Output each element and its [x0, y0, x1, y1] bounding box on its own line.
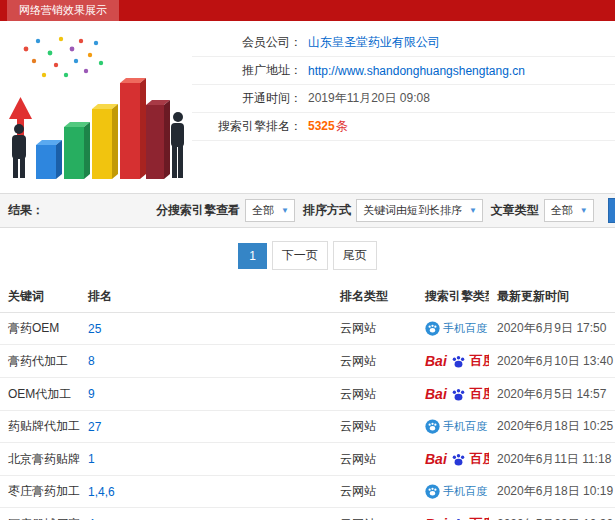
mobile-baidu-label: 手机百度 [443, 419, 487, 434]
page-current[interactable]: 1 [238, 243, 267, 269]
baidu-bai-text: Bai [425, 353, 447, 369]
bar-chart-clipart-icon [6, 31, 191, 186]
table-row: 医疗器械厂家 4 云网站 手机百度 Bai [0, 508, 615, 520]
keyword-text: 药贴牌代加工 [8, 419, 80, 433]
rank-type-text: 云网站 [340, 387, 376, 401]
sort-filter-value: 关键词由短到长排序 [363, 203, 462, 218]
member-info-list: 会员公司： 山东皇圣堂药业有限公司 推广地址： http://www.shand… [192, 21, 615, 193]
baidu-paw-icon [451, 452, 466, 467]
header-engine-type: 搜索引擎类型 [417, 281, 489, 313]
table-header-row: 关键词 排名 排名类型 搜索引擎类型 最新更新时间 [0, 281, 615, 313]
mobile-baidu-label: 手机百度 [443, 484, 487, 499]
table-row: 枣庄膏药加工 1,4,6 云网站 手机百度 Bai [0, 476, 615, 508]
sort-filter-label: 排序方式 [303, 202, 351, 219]
filter-group-sort: 排序方式 关键词由短到长排序 ▼ [303, 199, 483, 222]
table-row: 药贴牌代加工 27 云网站 手机百度 Bai [0, 411, 615, 443]
info-row-open-time: 开通时间： 2019年11月20日 09:08 [192, 85, 615, 113]
chevron-down-icon: ▼ [281, 207, 289, 215]
pagination: 1 下一页 尾页 [0, 228, 615, 281]
header-rank: 排名 [80, 281, 332, 313]
results-table: 关键词 排名 排名类型 搜索引擎类型 最新更新时间 膏药OEM 25 云网站 手… [0, 281, 615, 520]
table-row: 膏药OEM 25 云网站 手机百度 Bai [0, 313, 615, 345]
last-page-button[interactable]: 尾页 [333, 241, 377, 270]
update-time-text: 2020年6月10日 13:40 [497, 354, 613, 368]
baidu-bai-text: Bai [425, 516, 447, 520]
promo-url-label: 推广地址： [192, 62, 302, 79]
baidu-paw-icon [451, 354, 466, 369]
filter-bar: 结果： 分搜索引擎查看 全部 ▼ 排序方式 关键词由短到长排序 ▼ 文章类型 全… [0, 193, 615, 228]
header-keyword: 关键词 [0, 281, 80, 313]
baidu-paw-icon [451, 517, 466, 520]
filter-groups: 分搜索引擎查看 全部 ▼ 排序方式 关键词由短到长排序 ▼ 文章类型 全部 ▼ [156, 199, 602, 222]
rank-count-value: 5325 [308, 119, 335, 133]
filter-group-article-type: 文章类型 全部 ▼ [491, 199, 594, 222]
mobile-baidu-icon [425, 419, 440, 434]
promo-url-link[interactable]: http://www.shandonghuangshengtang.cn [308, 64, 525, 78]
baidu-du-text: 百度 [470, 515, 489, 520]
chevron-down-icon: ▼ [580, 207, 588, 215]
info-row-url: 推广地址： http://www.shandonghuangshengtang.… [192, 57, 615, 85]
mobile-baidu-logo: 手机百度 [425, 419, 487, 434]
header-update-time: 最新更新时间 [489, 281, 615, 313]
article-type-select[interactable]: 全部 ▼ [544, 199, 594, 222]
keyword-text: 医疗器械厂家 [8, 517, 80, 520]
baidu-du-text: 百度 [470, 352, 489, 370]
rank-link[interactable]: 25 [88, 322, 101, 336]
chevron-down-icon: ▼ [469, 207, 477, 215]
marketing-illustration [0, 21, 192, 193]
mobile-baidu-logo: 手机百度 [425, 484, 487, 499]
rank-link[interactable]: 1 [88, 452, 95, 466]
table-row: 膏药代加工 8 云网站 手机百度 Bai [0, 345, 615, 378]
rank-count-label: 搜索引擎排名： [192, 118, 302, 135]
next-page-button[interactable]: 下一页 [272, 241, 328, 270]
engine-filter-label: 分搜索引擎查看 [156, 202, 240, 219]
keyword-text: 枣庄膏药加工 [8, 484, 80, 498]
open-time-value: 2019年11月20日 09:08 [308, 90, 430, 107]
open-time-label: 开通时间： [192, 90, 302, 107]
update-time-text: 2020年6月11日 11:18 [497, 452, 611, 466]
mobile-baidu-icon [425, 321, 440, 336]
baidu-du-text: 百度 [470, 385, 489, 403]
titlebar: 网络营销效果展示 [0, 0, 615, 21]
rank-type-text: 云网站 [340, 354, 376, 368]
update-time-text: 2020年5月29日 10:32 [497, 517, 613, 520]
result-label: 结果： [8, 202, 44, 219]
update-time-text: 2020年6月5日 14:57 [497, 387, 606, 401]
submit-button[interactable]: 提交 [608, 198, 615, 223]
company-link[interactable]: 山东皇圣堂药业有限公司 [308, 35, 440, 49]
baidu-logo: Bai 百度 [425, 450, 489, 468]
filter-group-engine: 分搜索引擎查看 全部 ▼ [156, 199, 295, 222]
mobile-baidu-label: 手机百度 [443, 321, 487, 336]
engine-filter-select[interactable]: 全部 ▼ [245, 199, 295, 222]
baidu-du-text: 百度 [470, 450, 489, 468]
header-rank-type: 排名类型 [332, 281, 417, 313]
update-time-text: 2020年6月18日 10:25 [497, 419, 613, 433]
rank-type-text: 云网站 [340, 452, 376, 466]
rank-link[interactable]: 27 [88, 420, 101, 434]
mobile-baidu-icon [425, 484, 440, 499]
article-type-value: 全部 [551, 203, 573, 218]
mobile-baidu-logo: 手机百度 [425, 321, 487, 336]
rank-type-text: 云网站 [340, 321, 376, 335]
baidu-logo: Bai 百度 [425, 385, 489, 403]
info-row-rank-count: 搜索引擎排名： 5325条 [192, 113, 615, 141]
keyword-text: 北京膏药贴牌 [8, 452, 80, 466]
keyword-text: 膏药代加工 [8, 354, 68, 368]
table-row: OEM代加工 9 云网站 手机百度 Bai [0, 378, 615, 411]
keyword-text: OEM代加工 [8, 387, 71, 401]
member-info-section: 会员公司： 山东皇圣堂药业有限公司 推广地址： http://www.shand… [0, 21, 615, 193]
baidu-logo: Bai 百度 [425, 352, 489, 370]
rank-type-text: 云网站 [340, 517, 376, 520]
sort-filter-select[interactable]: 关键词由短到长排序 ▼ [356, 199, 483, 222]
company-label: 会员公司： [192, 34, 302, 51]
table-body: 膏药OEM 25 云网站 手机百度 Bai [0, 313, 615, 520]
baidu-logo: Bai 百度 [425, 515, 489, 520]
update-time-text: 2020年6月9日 17:50 [497, 321, 606, 335]
keyword-text: 膏药OEM [8, 321, 59, 335]
rank-link[interactable]: 1,4,6 [88, 485, 115, 499]
baidu-bai-text: Bai [425, 451, 447, 467]
rank-type-text: 云网站 [340, 419, 376, 433]
rank-link[interactable]: 8 [88, 354, 95, 368]
rank-link[interactable]: 9 [88, 387, 95, 401]
update-time-text: 2020年6月18日 10:19 [497, 484, 613, 498]
